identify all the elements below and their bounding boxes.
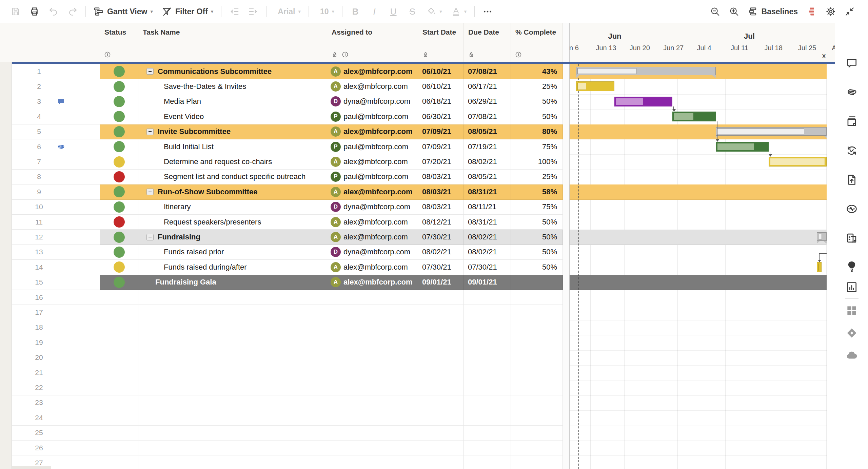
- column-header-due_date[interactable]: Due Date: [464, 23, 511, 62]
- charts-panel-button[interactable]: [845, 281, 858, 294]
- row-number-cell[interactable]: 22: [12, 380, 100, 395]
- percent-complete-cell[interactable]: [511, 275, 563, 290]
- start-date-cell[interactable]: 08/02/21: [418, 245, 464, 260]
- start-date-cell[interactable]: [418, 365, 464, 380]
- due-date-cell[interactable]: 08/05/21: [464, 124, 511, 139]
- redo-button[interactable]: [67, 6, 78, 17]
- percent-complete-cell[interactable]: 50%: [511, 109, 563, 124]
- gantt-task-bar[interactable]: [576, 81, 615, 91]
- start-date-cell[interactable]: 07/09/21: [418, 124, 464, 139]
- assigned-to-cell[interactable]: [327, 350, 418, 365]
- row-number-cell[interactable]: 3: [12, 94, 100, 109]
- assigned-to-cell[interactable]: Ppaul@mbfcorp.com: [327, 170, 418, 184]
- collapse-row-button[interactable]: [146, 189, 154, 195]
- bold-button[interactable]: B: [350, 6, 360, 17]
- task-name-cell[interactable]: Fundraising: [138, 230, 327, 245]
- percent-complete-cell[interactable]: 80%: [511, 124, 563, 139]
- due-date-cell[interactable]: 08/02/21: [464, 230, 511, 245]
- row-number-cell[interactable]: 8: [12, 170, 100, 184]
- strikethrough-button[interactable]: S: [407, 6, 417, 17]
- assigned-to-cell[interactable]: Aalex@mbfcorp.com: [327, 275, 418, 290]
- paperclip-icon[interactable]: [54, 139, 68, 154]
- percent-complete-cell[interactable]: 43%: [511, 64, 563, 79]
- row-number-cell[interactable]: 7: [12, 154, 100, 169]
- task-name-cell[interactable]: Media Plan: [138, 94, 327, 109]
- row-number-cell[interactable]: 16: [12, 290, 100, 305]
- task-name-cell[interactable]: [138, 441, 327, 455]
- grid-gantt-splitter[interactable]: [563, 23, 570, 469]
- assigned-to-cell[interactable]: [327, 441, 418, 455]
- status-cell[interactable]: [100, 154, 138, 169]
- assigned-to-cell[interactable]: [327, 305, 418, 320]
- status-cell[interactable]: [100, 64, 138, 79]
- fill-color-button[interactable]: ▾: [426, 6, 442, 17]
- attachments-panel-button[interactable]: [845, 86, 858, 99]
- task-name-cell[interactable]: Segment list and conduct specific outrea…: [138, 170, 327, 184]
- start-date-cell[interactable]: 09/01/21: [418, 275, 464, 290]
- apps-button[interactable]: [845, 304, 858, 317]
- undo-button[interactable]: [48, 6, 59, 17]
- percent-complete-cell[interactable]: [511, 441, 563, 455]
- task-name-cell[interactable]: Funds raised during/after: [138, 260, 327, 275]
- task-name-cell[interactable]: Fundraising Gala: [138, 275, 327, 290]
- premium-apps-button[interactable]: [845, 327, 858, 339]
- task-name-cell[interactable]: Invite Subcommittee: [138, 124, 327, 139]
- start-date-cell[interactable]: 08/03/21: [418, 170, 464, 184]
- start-date-cell[interactable]: [418, 350, 464, 365]
- start-date-cell[interactable]: 06/10/21: [418, 64, 464, 79]
- comment-icon[interactable]: [54, 94, 68, 109]
- row-number-cell[interactable]: 15: [12, 275, 100, 290]
- percent-complete-cell[interactable]: 50%: [511, 215, 563, 230]
- due-date-cell[interactable]: 07/19/21: [464, 139, 511, 154]
- row-number-cell[interactable]: 4: [12, 109, 100, 124]
- start-date-cell[interactable]: [418, 426, 464, 441]
- status-cell[interactable]: [100, 94, 138, 109]
- due-date-cell[interactable]: 08/31/21: [464, 215, 511, 230]
- assigned-to-cell[interactable]: Aalex@mbfcorp.com: [327, 79, 418, 94]
- task-name-cell[interactable]: [138, 290, 327, 305]
- percent-complete-cell[interactable]: 58%: [511, 184, 563, 199]
- gantt-task-bar[interactable]: [769, 157, 827, 167]
- font-size-select[interactable]: 10▾: [317, 7, 334, 16]
- start-date-cell[interactable]: [418, 441, 464, 455]
- due-date-cell[interactable]: 06/17/21: [464, 79, 511, 94]
- task-name-cell[interactable]: [138, 350, 327, 365]
- task-name-cell[interactable]: [138, 410, 327, 425]
- assigned-to-cell[interactable]: Ddyna@mbfcorp.com: [327, 245, 418, 260]
- task-name-cell[interactable]: [138, 320, 327, 335]
- status-cell[interactable]: [100, 124, 138, 139]
- status-cell[interactable]: [100, 455, 138, 469]
- due-date-cell[interactable]: [464, 335, 511, 350]
- status-cell[interactable]: [100, 426, 138, 441]
- critical-path-button[interactable]: [807, 6, 817, 17]
- task-name-cell[interactable]: [138, 455, 327, 469]
- assigned-to-cell[interactable]: Ppaul@mbfcorp.com: [327, 139, 418, 154]
- due-date-cell[interactable]: 07/08/21: [464, 109, 511, 124]
- filter-button[interactable]: Filter Off▾: [162, 6, 213, 17]
- start-date-cell[interactable]: [418, 380, 464, 395]
- due-date-cell[interactable]: 09/01/21: [464, 275, 511, 290]
- due-date-cell[interactable]: 08/31/21: [464, 184, 511, 199]
- percent-complete-cell[interactable]: [511, 305, 563, 320]
- status-cell[interactable]: [100, 441, 138, 455]
- assigned-to-cell[interactable]: [327, 410, 418, 425]
- view-selector[interactable]: Gantt View▾: [94, 6, 153, 17]
- font-family-select[interactable]: Arial▾: [274, 7, 301, 16]
- task-name-cell[interactable]: Build Initial List: [138, 139, 327, 154]
- due-date-cell[interactable]: [464, 426, 511, 441]
- percent-complete-cell[interactable]: 25%: [511, 79, 563, 94]
- row-number-cell[interactable]: 18: [12, 320, 100, 335]
- status-cell[interactable]: [100, 79, 138, 94]
- row-number-cell[interactable]: 11: [12, 215, 100, 230]
- due-date-cell[interactable]: 08/05/21: [464, 170, 511, 184]
- task-name-cell[interactable]: Request speakers/presenters: [138, 215, 327, 230]
- cloud-button[interactable]: [845, 349, 858, 362]
- row-number-cell[interactable]: 9: [12, 184, 100, 199]
- due-date-cell[interactable]: [464, 380, 511, 395]
- getting-started-button[interactable]: [845, 260, 858, 273]
- assigned-to-cell[interactable]: Ddyna@mbfcorp.com: [327, 200, 418, 215]
- row-number-cell[interactable]: 1: [12, 64, 100, 79]
- due-date-cell[interactable]: 07/08/21: [464, 64, 511, 79]
- task-name-cell[interactable]: [138, 380, 327, 395]
- start-date-cell[interactable]: [418, 290, 464, 305]
